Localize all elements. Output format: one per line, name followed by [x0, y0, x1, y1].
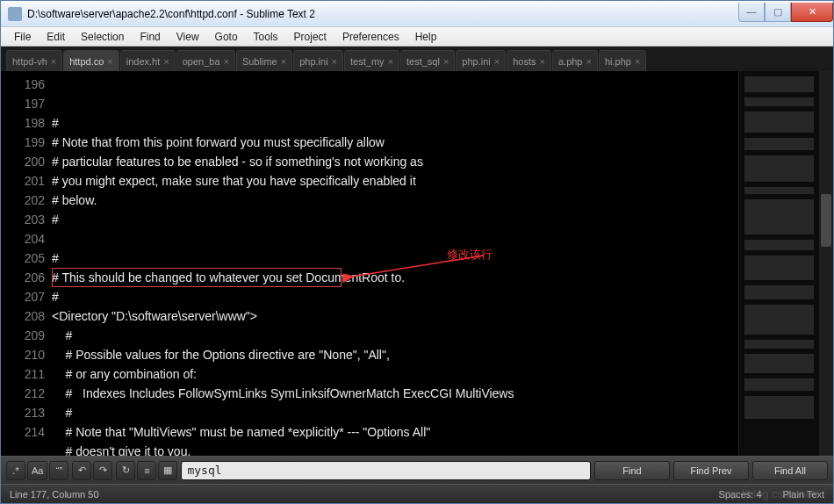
tab-label: index.ht	[126, 56, 161, 67]
tab-close-icon[interactable]: ×	[281, 56, 286, 67]
tab[interactable]: httpd.co×	[63, 50, 119, 71]
tab[interactable]: php.ini×	[456, 50, 506, 71]
code-line[interactable]: # you might expect, make sure that you h…	[52, 171, 738, 191]
line-number: 206	[1, 268, 45, 287]
code-line[interactable]: #	[52, 326, 738, 345]
line-gutter: 1961971981992002012022032042052062072082…	[1, 71, 52, 456]
menubar: FileEditSelectionFindViewGotoToolsProjec…	[1, 27, 833, 47]
whole-word-toggle[interactable]: “”	[49, 461, 68, 480]
code-line[interactable]: # Note that "MultiViews" must be named *…	[52, 422, 738, 442]
menu-find[interactable]: Find	[132, 29, 168, 45]
code-line[interactable]: #	[52, 403, 738, 422]
menu-selection[interactable]: Selection	[73, 29, 132, 45]
tab-label: open_ba	[183, 56, 220, 67]
tab-bar: httpd-vh×httpd.co×index.ht×open_ba×Subli…	[1, 47, 833, 71]
tab-label: test_my	[350, 56, 385, 67]
tab-close-icon[interactable]: ×	[494, 56, 500, 67]
case-toggle[interactable]: Aa	[27, 461, 47, 480]
code-editor[interactable]: ## Note that from this point forward you…	[52, 71, 738, 456]
menu-project[interactable]: Project	[286, 29, 334, 45]
line-number: 207	[1, 287, 45, 306]
code-line[interactable]	[52, 229, 738, 248]
line-number: 198	[1, 113, 45, 133]
line-number: 196	[1, 75, 45, 94]
tab-close-icon[interactable]: ×	[107, 56, 112, 67]
tab-close-icon[interactable]: ×	[163, 56, 169, 67]
menu-file[interactable]: File	[6, 29, 39, 45]
tab[interactable]: test_my×	[344, 50, 399, 71]
tab-close-icon[interactable]: ×	[586, 56, 591, 67]
code-line[interactable]: # Indexes Includes FollowSymLinks SymLin…	[52, 384, 738, 403]
tab[interactable]: hi.php×	[599, 50, 646, 71]
regex-toggle[interactable]: .*	[6, 461, 25, 480]
menu-goto[interactable]: Goto	[207, 29, 246, 45]
minimize-button[interactable]: —	[738, 3, 765, 22]
menu-view[interactable]: View	[169, 29, 207, 45]
code-line[interactable]: # This should be changed to whatever you…	[52, 268, 738, 287]
undo-icon[interactable]: ↶	[72, 461, 91, 480]
find-button[interactable]: Find	[594, 461, 670, 480]
tab-label: httpd-vh	[12, 56, 47, 67]
window-title: D:\software\server\apache2.2\conf\httpd.…	[27, 8, 738, 20]
code-line[interactable]: #	[52, 210, 738, 229]
tab-label: Sublime	[242, 56, 277, 67]
tab-close-icon[interactable]: ×	[224, 56, 229, 67]
line-number: 205	[1, 248, 45, 268]
tab[interactable]: open_ba×	[176, 50, 235, 71]
menu-tools[interactable]: Tools	[246, 29, 286, 45]
menu-edit[interactable]: Edit	[39, 29, 73, 45]
in-selection-toggle[interactable]: ≡	[137, 461, 156, 480]
tab[interactable]: php.ini×	[293, 50, 343, 71]
tab-close-icon[interactable]: ×	[443, 56, 449, 67]
status-position[interactable]: Line 177, Column 50	[10, 489, 698, 500]
code-line[interactable]: <Directory "D:\software\server\www">	[52, 306, 738, 326]
find-bar: .* Aa “” ↶ ↷ ↻ ≡ ▦ Find Find Prev Find A…	[1, 456, 833, 484]
line-number: 200	[1, 152, 45, 171]
redo-icon[interactable]: ↷	[93, 461, 112, 480]
tab-label: hi.php	[605, 56, 631, 67]
find-input[interactable]	[181, 461, 591, 480]
code-line[interactable]: # or any combination of:	[52, 364, 738, 384]
highlight-toggle[interactable]: ▦	[158, 461, 177, 480]
code-line[interactable]: #	[52, 287, 738, 306]
tab-label: httpd.co	[69, 56, 104, 67]
app-icon	[8, 7, 22, 21]
tab-label: php.ini	[462, 56, 490, 67]
watermark: http://blog.csdn.net/	[719, 487, 818, 500]
maximize-button[interactable]: ▢	[765, 3, 791, 22]
code-line[interactable]: #	[52, 113, 738, 133]
wrap-toggle[interactable]: ↻	[116, 461, 135, 480]
line-number: 199	[1, 133, 45, 152]
code-line[interactable]: # Possible values for the Options direct…	[52, 345, 738, 364]
scrollbar-thumb[interactable]	[821, 194, 831, 247]
app-window: D:\software\server\apache2.2\conf\httpd.…	[0, 0, 834, 504]
tab[interactable]: index.ht×	[120, 50, 176, 71]
code-line[interactable]: #	[52, 248, 738, 268]
minimap[interactable]	[738, 71, 819, 456]
titlebar[interactable]: D:\software\server\apache2.2\conf\httpd.…	[1, 1, 833, 27]
tab[interactable]: test_sql×	[400, 50, 455, 71]
find-all-button[interactable]: Find All	[752, 461, 828, 480]
code-line[interactable]: # below.	[52, 191, 738, 210]
vertical-scrollbar[interactable]	[819, 71, 833, 456]
tab-close-icon[interactable]: ×	[51, 56, 56, 67]
tab[interactable]: hosts×	[507, 50, 551, 71]
line-number: 203	[1, 210, 45, 229]
line-number: 213	[1, 403, 45, 422]
tab-close-icon[interactable]: ×	[388, 56, 393, 67]
tab-close-icon[interactable]: ×	[332, 56, 337, 67]
tab-close-icon[interactable]: ×	[635, 56, 640, 67]
code-line[interactable]: # Note that from this point forward you …	[52, 133, 738, 152]
find-prev-button[interactable]: Find Prev	[673, 461, 749, 480]
code-line[interactable]: # particular features to be enabled - so…	[52, 152, 738, 171]
line-number: 197	[1, 94, 45, 113]
close-button[interactable]: ✕	[791, 3, 833, 22]
tab[interactable]: a.php×	[552, 50, 598, 71]
code-line[interactable]: # doesn't give it to you.	[52, 442, 738, 456]
menu-help[interactable]: Help	[407, 29, 445, 45]
tab[interactable]: Sublime×	[236, 50, 292, 71]
menu-preferences[interactable]: Preferences	[334, 29, 407, 45]
tab[interactable]: httpd-vh×	[6, 50, 62, 71]
tab-close-icon[interactable]: ×	[540, 56, 545, 67]
line-number: 214	[1, 422, 45, 442]
